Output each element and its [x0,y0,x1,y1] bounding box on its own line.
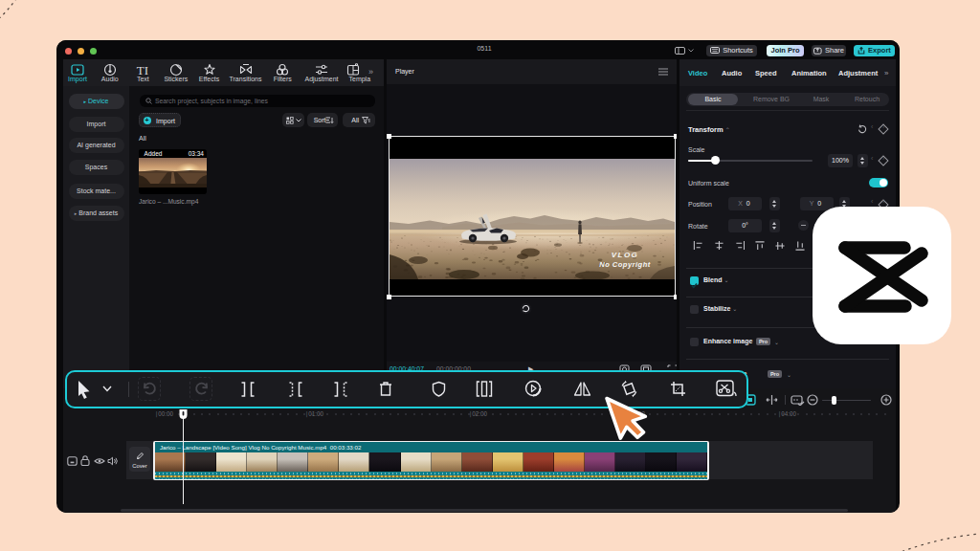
svg-text:TI: TI [137,63,148,77]
svg-text:VLOG: VLOG [611,251,638,259]
svg-text:No Copyright: No Copyright [599,260,651,269]
